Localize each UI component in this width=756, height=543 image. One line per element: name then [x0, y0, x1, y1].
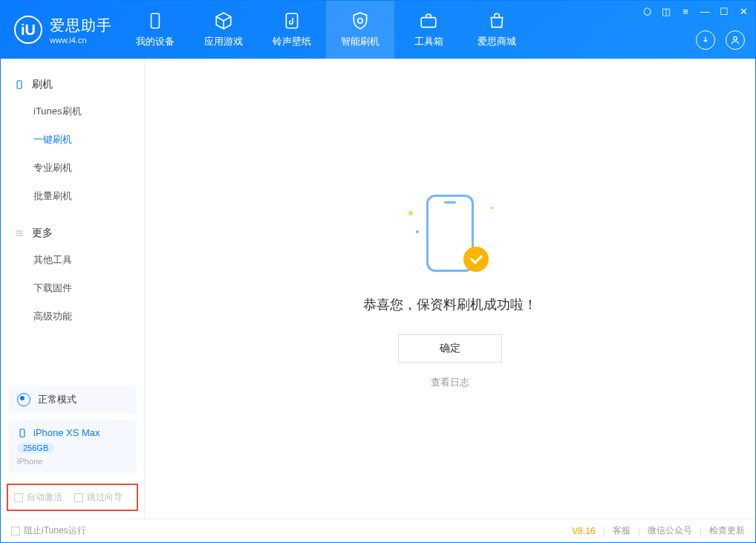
sidebar-item-advanced[interactable]: 高级功能: [1, 302, 144, 331]
checkbox-auto-activate[interactable]: 自动激活: [14, 491, 62, 504]
svg-rect-1: [286, 13, 297, 28]
main-content: 恭喜您，保资料刷机成功啦！ 确定 查看日志: [145, 59, 755, 518]
sidebar-item-oneclick-flash[interactable]: 一键刷机: [1, 126, 144, 154]
body: 刷机 iTunes刷机 一键刷机 专业刷机 批量刷机 更多 其他工具 下载固件 …: [1, 59, 755, 518]
bag-icon: [487, 11, 506, 30]
footer-link-wechat[interactable]: 微信公众号: [648, 524, 692, 537]
svg-rect-8: [20, 429, 25, 437]
success-illustration: [405, 189, 495, 278]
svg-rect-0: [151, 13, 160, 28]
tab-apps[interactable]: 应用游戏: [189, 1, 258, 59]
svg-rect-2: [421, 18, 436, 27]
header-right-icons: [696, 30, 745, 50]
checkbox-prevent-itunes[interactable]: 阻止iTunes运行: [11, 524, 86, 537]
logo-icon: iU: [14, 16, 42, 44]
cube-icon: [214, 11, 233, 30]
sidebar-section-flash: 刷机: [1, 72, 144, 97]
close-icon[interactable]: ✕: [737, 5, 749, 17]
list-icon: [14, 228, 25, 238]
logo[interactable]: iU 爱思助手 www.i4.cn: [1, 16, 121, 45]
user-icon[interactable]: [726, 30, 745, 50]
tab-my-device[interactable]: 我的设备: [121, 1, 189, 59]
version-label: V8.16: [572, 526, 595, 536]
device-type: iPhone: [17, 457, 128, 466]
tab-ringtone[interactable]: 铃声壁纸: [258, 1, 326, 59]
minimize-icon[interactable]: —: [699, 5, 711, 17]
app-window: iU 爱思助手 www.i4.cn 我的设备 应用游戏 铃声壁纸 智能刷机: [0, 0, 756, 543]
briefcase-icon: [419, 11, 438, 30]
phone-icon: [14, 79, 25, 90]
window-controls: ⬡ ◫ ≡ — ☐ ✕: [641, 5, 749, 17]
sidebar-item-pro-flash[interactable]: 专业刷机: [1, 154, 144, 182]
checkbox-icon: [14, 493, 23, 502]
shield-refresh-icon: [351, 11, 370, 30]
header-tabs: 我的设备 应用游戏 铃声壁纸 智能刷机 工具箱 爱思商城: [121, 1, 531, 59]
logo-url: www.i4.cn: [50, 36, 112, 45]
checkbox-icon: [11, 527, 20, 536]
device-card[interactable]: iPhone XS Max 256GB iPhone: [8, 420, 137, 473]
feedback-icon[interactable]: ⬡: [641, 5, 653, 17]
sidebar-item-itunes-flash[interactable]: iTunes刷机: [1, 97, 144, 126]
skin-icon[interactable]: ◫: [660, 5, 672, 17]
music-file-icon: [282, 11, 302, 30]
checkmark-badge-icon: [463, 247, 489, 272]
menu-icon[interactable]: ≡: [680, 5, 691, 17]
header: iU 爱思助手 www.i4.cn 我的设备 应用游戏 铃声壁纸 智能刷机: [1, 1, 755, 59]
device-icon: [146, 11, 165, 30]
sidebar-item-download-firmware[interactable]: 下载固件: [1, 274, 144, 302]
tab-toolbox[interactable]: 工具箱: [394, 1, 463, 59]
mode-card[interactable]: 正常模式: [8, 386, 137, 414]
sidebar: 刷机 iTunes刷机 一键刷机 专业刷机 批量刷机 更多 其他工具 下载固件 …: [1, 59, 145, 518]
footer-link-support[interactable]: 客服: [613, 524, 630, 537]
footer: 阻止iTunes运行 V8.16 | 客服 | 微信公众号 | 检查更新: [1, 518, 755, 542]
checkbox-skip-wizard[interactable]: 跳过向导: [74, 491, 123, 504]
success-message: 恭喜您，保资料刷机成功啦！: [363, 296, 537, 313]
view-log-link[interactable]: 查看日志: [431, 376, 469, 389]
device-phone-icon: [17, 428, 27, 438]
maximize-icon[interactable]: ☐: [718, 5, 730, 17]
checkbox-icon: [74, 493, 83, 502]
svg-point-3: [734, 36, 737, 40]
svg-rect-4: [17, 81, 22, 89]
mode-icon: [17, 393, 30, 406]
sidebar-item-other-tools[interactable]: 其他工具: [1, 246, 144, 274]
logo-text: 爱思助手: [50, 16, 112, 36]
device-name-row: iPhone XS Max: [17, 427, 128, 438]
highlighted-options: 自动激活 跳过向导: [7, 484, 138, 511]
download-icon[interactable]: [696, 30, 715, 50]
sidebar-section-more: 更多: [1, 221, 144, 246]
capacity-badge: 256GB: [17, 443, 54, 453]
sidebar-item-batch-flash[interactable]: 批量刷机: [1, 182, 144, 210]
tab-flash[interactable]: 智能刷机: [326, 1, 394, 59]
tab-store[interactable]: 爱思商城: [463, 1, 531, 59]
footer-link-update[interactable]: 检查更新: [709, 524, 745, 537]
ok-button[interactable]: 确定: [398, 334, 502, 362]
